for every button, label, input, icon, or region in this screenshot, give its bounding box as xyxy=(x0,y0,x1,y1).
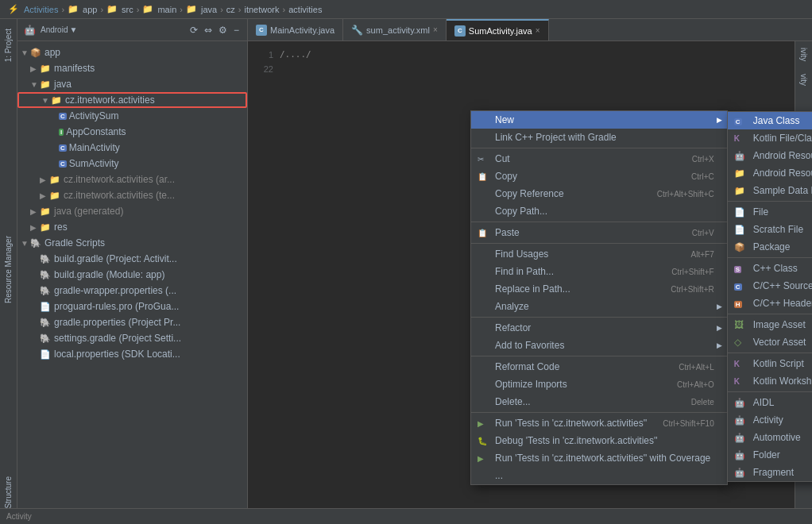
breadcrumb-folder-main-icon: 📁 xyxy=(142,4,153,14)
menu-item-more[interactable]: ... xyxy=(471,467,727,484)
submenu-item-cpp-class[interactable]: S C++ Class xyxy=(728,260,812,277)
breadcrumb-src[interactable]: src xyxy=(122,5,133,14)
tab-main-activity[interactable]: C MainActivity.java xyxy=(248,19,343,41)
tree-label-gradle-wrapper: gradle-wrapper.properties (... xyxy=(54,285,176,296)
breadcrumb-app[interactable]: app xyxy=(83,5,97,14)
tab-close-sum-java[interactable]: × xyxy=(536,26,540,35)
menu-item-link-cpp[interactable]: Link C++ Project with Gradle xyxy=(471,129,727,146)
menu-item-analyze[interactable]: Analyze xyxy=(471,298,727,315)
submenu-label-file: File xyxy=(753,206,812,218)
tab-close-sum-xml[interactable]: × xyxy=(433,25,438,34)
menu-item-delete[interactable]: Delete... Delete xyxy=(471,393,727,410)
left-tab-project[interactable]: 1: Project xyxy=(2,22,14,68)
submenu-item-activity[interactable]: 🤖 Activity xyxy=(728,411,812,429)
cpp-header-icon: H xyxy=(734,298,750,309)
tree-item-proguard[interactable]: ▶ 📄 proguard-rules.pro (ProGua... xyxy=(17,299,247,314)
tree-item-app[interactable]: ▼ 📦 app xyxy=(17,44,247,60)
menu-item-find-usages[interactable]: Find Usages Alt+F7 xyxy=(471,245,727,263)
menu-item-run-coverage[interactable]: ▶ Run 'Tests in 'cz.itnetwork.activities… xyxy=(471,449,727,467)
submenu-item-cpp-header[interactable]: H C/C++ Header File xyxy=(728,295,812,312)
submenu-item-fragment[interactable]: 🤖 Fragment xyxy=(728,464,812,481)
minimize-icon[interactable]: − xyxy=(232,24,241,37)
tab-sum-activity-xml[interactable]: 🔧 sum_activity.xml × xyxy=(343,19,447,41)
run-tests-icon: ▶ xyxy=(478,419,492,428)
tree-item-main-activity[interactable]: ▶ C MainActivity xyxy=(17,140,247,156)
submenu-item-cpp-source[interactable]: C C/C++ Source File xyxy=(728,277,812,295)
submenu-sep-1 xyxy=(728,201,812,202)
android-dropdown[interactable]: Android ▼ xyxy=(41,25,77,34)
menu-item-debug-tests[interactable]: 🐛 Debug 'Tests in 'cz.itnetwork.activiti… xyxy=(471,432,727,449)
gradle-gw-icon: 🐘 xyxy=(40,286,51,296)
menu-item-refactor[interactable]: Refactor xyxy=(471,319,727,337)
breadcrumb-folder-java-icon: 📁 xyxy=(186,4,197,14)
folder-java-icon: 📁 xyxy=(40,79,51,90)
menu-item-find-path[interactable]: Find in Path... Ctrl+Shift+F xyxy=(471,263,727,280)
submenu-item-android-resource-dir[interactable]: 📁 Android Resource Directory xyxy=(728,164,812,182)
settings-icon[interactable]: ⚙ xyxy=(217,24,229,37)
tree-label-main-activity: MainActivity xyxy=(69,142,120,153)
tree-item-java[interactable]: ▼ 📁 java xyxy=(17,76,247,92)
menu-item-add-favorites[interactable]: Add to Favorites xyxy=(471,337,727,354)
submenu-item-java-class[interactable]: C Java Class xyxy=(728,112,812,129)
tree-item-sum-activity[interactable]: ▶ C SumActivity xyxy=(17,156,247,171)
tree-item-cz-activities[interactable]: ▼ 📁 cz.itnetwork.activities xyxy=(17,92,247,108)
breadcrumb-java[interactable]: java xyxy=(201,5,217,14)
paste-shortcut: Ctrl+V xyxy=(692,229,714,237)
submenu-item-file[interactable]: 📄 File xyxy=(728,203,812,221)
tree-item-build-module[interactable]: ▶ 🐘 build.gradle (Module: app) xyxy=(17,267,247,283)
menu-item-copy-ref[interactable]: Copy Reference Ctrl+Alt+Shift+C xyxy=(471,185,727,202)
submenu-item-kotlin-file[interactable]: K Kotlin File/Class xyxy=(728,129,812,147)
menu-item-paste[interactable]: 📋 Paste Ctrl+V xyxy=(471,224,727,241)
submenu-item-aidl[interactable]: 🤖 AIDL xyxy=(728,394,812,411)
menu-item-optimize[interactable]: Optimize Imports Ctrl+Alt+O xyxy=(471,376,727,393)
tree-item-gradle-scripts[interactable]: ▼ 🐘 Gradle Scripts xyxy=(17,235,247,251)
tree-item-activity-sum[interactable]: ▶ C ActivitySum xyxy=(17,108,247,124)
tree-item-settings-gradle[interactable]: ▶ 🐘 settings.gradle (Project Setti... xyxy=(17,330,247,346)
submenu-item-kotlin-worksheet[interactable]: K Kotlin Worksheet xyxy=(728,372,812,390)
submenu-label-package: Package xyxy=(753,241,812,252)
tree-item-cz-te[interactable]: ▶ 📁 cz.itnetwork.activities (te... xyxy=(17,187,247,203)
menu-item-cut[interactable]: ✂ Cut Ctrl+X xyxy=(471,150,727,168)
collapse-icon[interactable]: ⇔ xyxy=(203,24,214,37)
sync-icon[interactable]: ⟳ xyxy=(188,24,199,37)
submenu-item-scratch-file[interactable]: 📄 Scratch File Ctrl+Alt+Shift+Insert xyxy=(728,221,812,238)
submenu-item-automotive[interactable]: 🤖 Automotive xyxy=(728,429,812,446)
submenu-item-kotlin-script[interactable]: K Kotlin Script xyxy=(728,355,812,372)
submenu-label-java-class: Java Class xyxy=(753,115,812,126)
tree-item-res[interactable]: ▶ 📁 res xyxy=(17,219,247,235)
submenu-item-image-asset[interactable]: 🖼 Image Asset xyxy=(728,316,812,333)
tree-item-manifests[interactable]: ▶ 📁 manifests xyxy=(17,60,247,76)
submenu-label-automotive: Automotive xyxy=(753,432,812,443)
submenu-item-android-resource-file[interactable]: 🤖 Android Resource File xyxy=(728,147,812,164)
submenu-item-sample-data-dir[interactable]: 📁 Sample Data Directory xyxy=(728,182,812,199)
tree-item-cz-ar[interactable]: ▶ 📁 cz.itnetwork.activities (ar... xyxy=(17,171,247,187)
breadcrumb-activities[interactable]: Activities xyxy=(24,5,58,14)
tree-item-gradle-props[interactable]: ▶ 🐘 gradle.properties (Project Pr... xyxy=(17,314,247,330)
menu-item-run-tests[interactable]: ▶ Run 'Tests in 'cz.itnetwork.activities… xyxy=(471,414,727,432)
menu-item-copy[interactable]: 📋 Copy Ctrl+C xyxy=(471,168,727,185)
breadcrumb-main[interactable]: main xyxy=(157,5,176,14)
tree-item-app-constants[interactable]: ▶ I AppConstants xyxy=(17,124,247,140)
project-tree[interactable]: ▼ 📦 app ▶ 📁 manifests ▼ 📁 java ▼ xyxy=(17,41,247,524)
menu-item-reformat[interactable]: Reformat Code Ctrl+Alt+L xyxy=(471,358,727,376)
tree-item-build-project[interactable]: ▶ 🐘 build.gradle (Project: Activit... xyxy=(17,251,247,267)
tree-item-java-gen[interactable]: ▶ 📁 java (generated) xyxy=(17,203,247,219)
left-tab-resource-manager[interactable]: Resource Manager xyxy=(2,229,14,310)
menu-item-new[interactable]: New C Java Class K Kotlin File/Class 🤖 xyxy=(471,111,727,129)
find-usages-shortcut: Alt+F7 xyxy=(691,250,714,259)
submenu-item-package[interactable]: 📦 Package xyxy=(728,238,812,256)
tree-item-gradle-wrapper[interactable]: ▶ 🐘 gradle-wrapper.properties (... xyxy=(17,283,247,299)
submenu-item-vector-asset[interactable]: ◇ Vector Asset xyxy=(728,333,812,351)
tree-item-local-props[interactable]: ▶ 📄 local.properties (SDK Locati... xyxy=(17,346,247,362)
menu-item-replace-path[interactable]: Replace in Path... Ctrl+Shift+R xyxy=(471,280,727,298)
submenu-sep-4 xyxy=(728,353,812,353)
menu-item-copy-path[interactable]: Copy Path... xyxy=(471,202,727,220)
breadcrumb-cz[interactable]: cz xyxy=(226,5,235,14)
class-badge-mainact: C xyxy=(59,144,67,152)
submenu-item-folder[interactable]: 🤖 Folder xyxy=(728,446,812,464)
breadcrumb-activities-end[interactable]: activities xyxy=(288,5,322,14)
tab-sum-activity-java[interactable]: C SumActivity.java × xyxy=(447,19,549,41)
submenu-label-cpp-source: C/C++ Source File xyxy=(753,280,812,291)
breadcrumb-itnetwork[interactable]: itnetwork xyxy=(245,5,280,14)
run-tests-shortcut: Ctrl+Shift+F10 xyxy=(663,419,713,428)
